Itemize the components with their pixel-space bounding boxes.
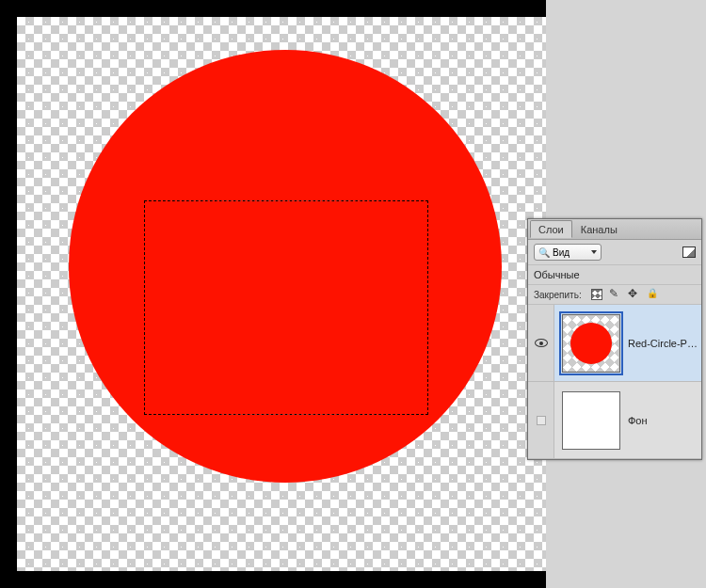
blend-mode-select[interactable]: Обычные bbox=[534, 269, 580, 280]
chevron-down-icon bbox=[591, 250, 597, 254]
lock-transparency-icon[interactable] bbox=[591, 289, 602, 300]
layer-visibility-toggle[interactable] bbox=[528, 382, 554, 458]
rect-selection-marquee[interactable] bbox=[144, 200, 428, 415]
lock-label: Закрепить: bbox=[534, 290, 582, 300]
tab-channels[interactable]: Каналы bbox=[572, 220, 626, 238]
filter-row: 🔍 Вид bbox=[528, 240, 701, 265]
lock-icons bbox=[591, 289, 659, 300]
lock-position-icon[interactable] bbox=[629, 289, 640, 300]
layer-name-label[interactable]: Red-Circle-PNG bbox=[628, 338, 701, 349]
layers-list: Red-Circle-PNG Фон bbox=[528, 305, 701, 459]
filter-image-icon[interactable] bbox=[682, 246, 696, 258]
layer-name-label[interactable]: Фон bbox=[628, 415, 701, 426]
lock-paint-icon[interactable] bbox=[610, 289, 621, 300]
canvas[interactable] bbox=[17, 17, 546, 571]
thumbnail-red-circle bbox=[570, 323, 612, 364]
layer-filter-dropdown[interactable]: 🔍 Вид bbox=[534, 244, 602, 261]
layer-row[interactable]: Фон bbox=[528, 382, 701, 459]
layers-panel: Слои Каналы 🔍 Вид Обычные Закрепить: bbox=[527, 218, 702, 460]
search-icon: 🔍 bbox=[538, 247, 550, 258]
panel-tabs: Слои Каналы bbox=[528, 219, 701, 240]
eye-icon bbox=[535, 339, 548, 347]
layer-thumbnail[interactable] bbox=[562, 314, 620, 373]
layer-filter-label: Вид bbox=[553, 247, 591, 258]
tab-layers[interactable]: Слои bbox=[530, 220, 572, 238]
layer-row[interactable]: Red-Circle-PNG bbox=[528, 305, 701, 382]
lock-all-icon[interactable] bbox=[648, 289, 659, 300]
blend-mode-row: Обычные bbox=[528, 265, 701, 285]
visibility-empty-box bbox=[537, 416, 546, 425]
lock-row: Закрепить: bbox=[528, 285, 701, 305]
app-window: Слои Каналы 🔍 Вид Обычные Закрепить: bbox=[0, 0, 706, 588]
layer-visibility-toggle[interactable] bbox=[528, 305, 554, 381]
layer-thumbnail[interactable] bbox=[562, 391, 620, 450]
